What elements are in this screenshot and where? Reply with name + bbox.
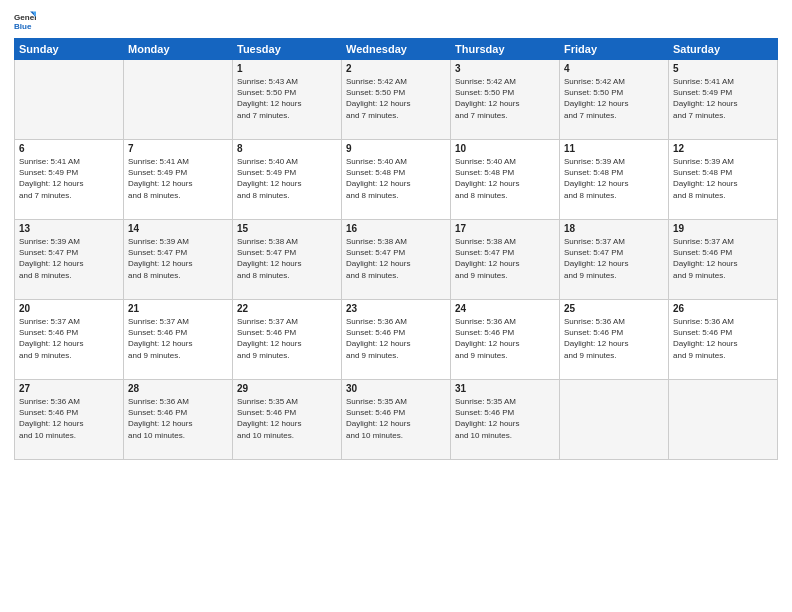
day-number: 24: [455, 303, 555, 314]
calendar-cell: 8Sunrise: 5:40 AM Sunset: 5:49 PM Daylig…: [233, 140, 342, 220]
calendar-cell: 7Sunrise: 5:41 AM Sunset: 5:49 PM Daylig…: [124, 140, 233, 220]
day-number: 22: [237, 303, 337, 314]
day-info: Sunrise: 5:38 AM Sunset: 5:47 PM Dayligh…: [455, 236, 555, 281]
day-info: Sunrise: 5:35 AM Sunset: 5:46 PM Dayligh…: [346, 396, 446, 441]
calendar-cell: 25Sunrise: 5:36 AM Sunset: 5:46 PM Dayli…: [560, 300, 669, 380]
day-number: 18: [564, 223, 664, 234]
day-info: Sunrise: 5:41 AM Sunset: 5:49 PM Dayligh…: [128, 156, 228, 201]
calendar-cell: 6Sunrise: 5:41 AM Sunset: 5:49 PM Daylig…: [15, 140, 124, 220]
day-number: 10: [455, 143, 555, 154]
day-info: Sunrise: 5:43 AM Sunset: 5:50 PM Dayligh…: [237, 76, 337, 121]
weekday-header-row: SundayMondayTuesdayWednesdayThursdayFrid…: [15, 39, 778, 60]
day-info: Sunrise: 5:40 AM Sunset: 5:48 PM Dayligh…: [346, 156, 446, 201]
weekday-header-saturday: Saturday: [669, 39, 778, 60]
day-info: Sunrise: 5:40 AM Sunset: 5:48 PM Dayligh…: [455, 156, 555, 201]
day-number: 5: [673, 63, 773, 74]
day-number: 12: [673, 143, 773, 154]
day-number: 13: [19, 223, 119, 234]
day-number: 19: [673, 223, 773, 234]
day-info: Sunrise: 5:37 AM Sunset: 5:46 PM Dayligh…: [237, 316, 337, 361]
day-info: Sunrise: 5:35 AM Sunset: 5:46 PM Dayligh…: [455, 396, 555, 441]
day-number: 15: [237, 223, 337, 234]
day-info: Sunrise: 5:35 AM Sunset: 5:46 PM Dayligh…: [237, 396, 337, 441]
day-info: Sunrise: 5:39 AM Sunset: 5:48 PM Dayligh…: [564, 156, 664, 201]
day-number: 3: [455, 63, 555, 74]
week-row-3: 13Sunrise: 5:39 AM Sunset: 5:47 PM Dayli…: [15, 220, 778, 300]
day-info: Sunrise: 5:39 AM Sunset: 5:47 PM Dayligh…: [19, 236, 119, 281]
calendar-cell: 20Sunrise: 5:37 AM Sunset: 5:46 PM Dayli…: [15, 300, 124, 380]
header: General Blue: [14, 10, 778, 32]
calendar-cell: 29Sunrise: 5:35 AM Sunset: 5:46 PM Dayli…: [233, 380, 342, 460]
calendar-cell: 21Sunrise: 5:37 AM Sunset: 5:46 PM Dayli…: [124, 300, 233, 380]
day-number: 20: [19, 303, 119, 314]
day-info: Sunrise: 5:42 AM Sunset: 5:50 PM Dayligh…: [346, 76, 446, 121]
day-info: Sunrise: 5:37 AM Sunset: 5:46 PM Dayligh…: [673, 236, 773, 281]
day-number: 26: [673, 303, 773, 314]
day-info: Sunrise: 5:37 AM Sunset: 5:47 PM Dayligh…: [564, 236, 664, 281]
day-info: Sunrise: 5:41 AM Sunset: 5:49 PM Dayligh…: [673, 76, 773, 121]
day-info: Sunrise: 5:36 AM Sunset: 5:46 PM Dayligh…: [19, 396, 119, 441]
calendar-cell: 19Sunrise: 5:37 AM Sunset: 5:46 PM Dayli…: [669, 220, 778, 300]
calendar-cell: 23Sunrise: 5:36 AM Sunset: 5:46 PM Dayli…: [342, 300, 451, 380]
day-number: 2: [346, 63, 446, 74]
week-row-2: 6Sunrise: 5:41 AM Sunset: 5:49 PM Daylig…: [15, 140, 778, 220]
day-info: Sunrise: 5:36 AM Sunset: 5:46 PM Dayligh…: [455, 316, 555, 361]
day-info: Sunrise: 5:36 AM Sunset: 5:46 PM Dayligh…: [346, 316, 446, 361]
calendar-cell: 13Sunrise: 5:39 AM Sunset: 5:47 PM Dayli…: [15, 220, 124, 300]
week-row-5: 27Sunrise: 5:36 AM Sunset: 5:46 PM Dayli…: [15, 380, 778, 460]
weekday-header-tuesday: Tuesday: [233, 39, 342, 60]
calendar-cell: 5Sunrise: 5:41 AM Sunset: 5:49 PM Daylig…: [669, 60, 778, 140]
calendar-cell: 15Sunrise: 5:38 AM Sunset: 5:47 PM Dayli…: [233, 220, 342, 300]
day-info: Sunrise: 5:36 AM Sunset: 5:46 PM Dayligh…: [128, 396, 228, 441]
calendar-cell: 31Sunrise: 5:35 AM Sunset: 5:46 PM Dayli…: [451, 380, 560, 460]
calendar-cell: 17Sunrise: 5:38 AM Sunset: 5:47 PM Dayli…: [451, 220, 560, 300]
day-number: 8: [237, 143, 337, 154]
day-info: Sunrise: 5:42 AM Sunset: 5:50 PM Dayligh…: [455, 76, 555, 121]
calendar-table: SundayMondayTuesdayWednesdayThursdayFrid…: [14, 38, 778, 460]
day-number: 9: [346, 143, 446, 154]
day-number: 17: [455, 223, 555, 234]
calendar-cell: 16Sunrise: 5:38 AM Sunset: 5:47 PM Dayli…: [342, 220, 451, 300]
day-number: 4: [564, 63, 664, 74]
day-info: Sunrise: 5:40 AM Sunset: 5:49 PM Dayligh…: [237, 156, 337, 201]
calendar-cell: 4Sunrise: 5:42 AM Sunset: 5:50 PM Daylig…: [560, 60, 669, 140]
calendar-container: General Blue SundayMondayTuesdayWednesda…: [0, 0, 792, 612]
day-info: Sunrise: 5:41 AM Sunset: 5:49 PM Dayligh…: [19, 156, 119, 201]
day-info: Sunrise: 5:39 AM Sunset: 5:47 PM Dayligh…: [128, 236, 228, 281]
day-number: 16: [346, 223, 446, 234]
calendar-cell: 14Sunrise: 5:39 AM Sunset: 5:47 PM Dayli…: [124, 220, 233, 300]
weekday-header-sunday: Sunday: [15, 39, 124, 60]
calendar-cell: 24Sunrise: 5:36 AM Sunset: 5:46 PM Dayli…: [451, 300, 560, 380]
week-row-4: 20Sunrise: 5:37 AM Sunset: 5:46 PM Dayli…: [15, 300, 778, 380]
svg-text:General: General: [14, 13, 36, 22]
day-info: Sunrise: 5:37 AM Sunset: 5:46 PM Dayligh…: [19, 316, 119, 361]
calendar-cell: 28Sunrise: 5:36 AM Sunset: 5:46 PM Dayli…: [124, 380, 233, 460]
calendar-cell: 10Sunrise: 5:40 AM Sunset: 5:48 PM Dayli…: [451, 140, 560, 220]
day-info: Sunrise: 5:38 AM Sunset: 5:47 PM Dayligh…: [346, 236, 446, 281]
calendar-cell: 9Sunrise: 5:40 AM Sunset: 5:48 PM Daylig…: [342, 140, 451, 220]
generalblue-icon: General Blue: [14, 10, 36, 32]
week-row-1: 1Sunrise: 5:43 AM Sunset: 5:50 PM Daylig…: [15, 60, 778, 140]
logo: General Blue: [14, 10, 40, 32]
calendar-cell: [124, 60, 233, 140]
day-number: 11: [564, 143, 664, 154]
calendar-cell: [560, 380, 669, 460]
weekday-header-wednesday: Wednesday: [342, 39, 451, 60]
calendar-cell: 11Sunrise: 5:39 AM Sunset: 5:48 PM Dayli…: [560, 140, 669, 220]
day-info: Sunrise: 5:38 AM Sunset: 5:47 PM Dayligh…: [237, 236, 337, 281]
day-info: Sunrise: 5:36 AM Sunset: 5:46 PM Dayligh…: [564, 316, 664, 361]
weekday-header-thursday: Thursday: [451, 39, 560, 60]
day-info: Sunrise: 5:37 AM Sunset: 5:46 PM Dayligh…: [128, 316, 228, 361]
day-info: Sunrise: 5:39 AM Sunset: 5:48 PM Dayligh…: [673, 156, 773, 201]
day-number: 28: [128, 383, 228, 394]
day-number: 23: [346, 303, 446, 314]
day-number: 29: [237, 383, 337, 394]
calendar-cell: 18Sunrise: 5:37 AM Sunset: 5:47 PM Dayli…: [560, 220, 669, 300]
day-info: Sunrise: 5:42 AM Sunset: 5:50 PM Dayligh…: [564, 76, 664, 121]
calendar-cell: 1Sunrise: 5:43 AM Sunset: 5:50 PM Daylig…: [233, 60, 342, 140]
day-number: 31: [455, 383, 555, 394]
calendar-cell: 2Sunrise: 5:42 AM Sunset: 5:50 PM Daylig…: [342, 60, 451, 140]
calendar-cell: 22Sunrise: 5:37 AM Sunset: 5:46 PM Dayli…: [233, 300, 342, 380]
calendar-cell: 30Sunrise: 5:35 AM Sunset: 5:46 PM Dayli…: [342, 380, 451, 460]
svg-text:Blue: Blue: [14, 22, 32, 31]
